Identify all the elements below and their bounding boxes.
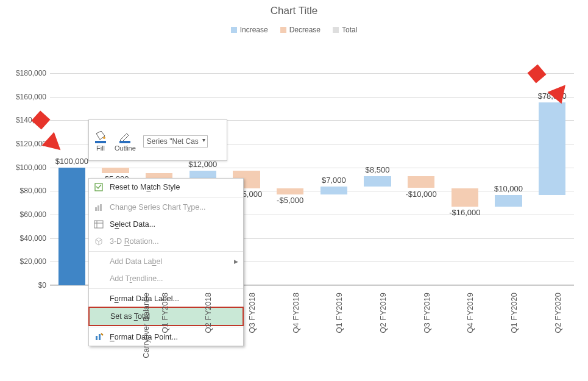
context-menu-item[interactable]: Reset to Match Style [89,179,243,196]
x-tick-label: Q2 FY2020 [553,293,562,333]
outline-label: Outline [115,144,136,152]
reset-icon [94,182,104,192]
waterfall-bar[interactable] [102,168,129,174]
menu-separator [89,251,243,252]
svg-rect-4 [95,207,97,211]
legend-label: Increase [240,26,268,34]
y-tick-label: $60,000 [20,210,50,219]
data-label: -$16,000 [449,208,480,217]
svg-rect-6 [100,204,102,211]
context-menu-label: Select Data... [110,220,155,229]
submenu-arrow-icon: ▶ [234,258,238,265]
data-label: $10,000 [494,184,523,193]
waterfall-bar[interactable] [58,168,85,285]
svg-rect-11 [99,334,101,340]
blank-icon [94,274,104,283]
svg-rect-7 [94,221,103,228]
mini-toolbar: Fill Outline Series "Net Cas [88,119,227,161]
waterfall-bar[interactable] [364,176,391,186]
menu-separator [89,288,243,289]
data-label: $12,000 [188,160,217,169]
waterfall-bar[interactable] [277,188,303,194]
waterfall-bar[interactable] [408,176,434,188]
context-menu-item[interactable]: Select Data... [89,216,243,233]
paint-bucket-icon [94,131,107,143]
x-tick-label: Q4 FY2018 [291,293,300,333]
context-menu-item: Change Series Chart Type... [89,199,243,216]
x-tick-label: Q4 FY2019 [466,293,475,333]
x-tick-label: Q1 FY2020 [509,293,518,333]
x-tick-label: Q3 FY2019 [422,293,431,333]
waterfall-bar[interactable] [539,102,565,195]
svg-rect-5 [97,205,99,211]
svg-rect-10 [96,336,97,340]
y-tick-label: $180,000 [16,69,50,77]
y-tick-label: $160,000 [16,93,50,101]
gridline [50,97,574,98]
fill-button[interactable]: Fill [94,131,107,152]
context-menu-label: Add Data Label [110,257,162,266]
x-tick-label: Q1 FY2019 [335,293,344,333]
context-menu-item: 3-D Rotation... [89,233,243,250]
legend-item-decrease: Decrease [280,26,321,34]
context-menu-item: Add Trendline... [89,270,243,287]
data-label: -$10,000 [405,190,436,199]
format-icon [94,332,104,342]
y-tick-label: $0 [38,281,50,290]
blank-icon [94,312,104,321]
legend-item-total: Total [333,26,357,34]
waterfall-bar[interactable] [452,188,478,207]
chart-title: Chart Title [0,0,588,17]
data-label: $8,500 [366,165,390,174]
annotation-arrow [31,110,50,129]
x-tick-label: Q2 FY2018 [204,293,213,333]
data-label: $100,000 [55,157,88,166]
chart-icon [94,202,104,212]
increase-swatch [231,27,237,33]
context-menu-item: Add Data Label▶ [89,253,243,270]
data-label: $7,000 [322,176,346,185]
svg-rect-2 [119,141,130,143]
x-tick-label: Q3 FY2018 [247,293,256,333]
svg-rect-1 [95,141,106,143]
cube-icon [94,237,104,246]
context-menu-label: Reset to Match Style [110,183,180,191]
pen-icon [118,131,132,143]
y-tick-label: $40,000 [20,234,50,243]
total-swatch [333,27,339,33]
y-tick-label: $20,000 [20,257,50,266]
y-tick-label: $100,000 [16,163,50,172]
x-tick-label: Q1 FY2018 [160,293,169,333]
waterfall-bar[interactable] [321,187,347,195]
data-label: -$5,000 [277,196,303,205]
x-tick-label: Carryover Balance [141,293,150,358]
decrease-swatch [280,27,286,33]
series-selector[interactable]: Series "Net Cas [143,135,208,148]
gridline [50,73,574,74]
fill-label: Fill [96,144,105,152]
blank-icon [94,257,104,266]
svg-point-0 [103,137,105,139]
blank-icon [94,294,104,304]
legend: Increase Decrease Total [0,26,588,34]
context-menu-label: Add Trendline... [110,274,163,283]
menu-separator [89,197,243,198]
x-tick-label: Q2 FY2019 [378,293,387,333]
legend-label: Total [342,26,357,34]
y-tick-label: $80,000 [20,187,50,195]
waterfall-bar[interactable] [495,195,522,207]
data-icon [94,219,104,229]
outline-button[interactable]: Outline [115,131,136,152]
context-menu-label: Change Series Chart Type... [110,203,206,212]
legend-label: Decrease [289,26,321,34]
context-menu-label: 3-D Rotation... [110,237,159,246]
legend-item-increase: Increase [231,26,268,34]
